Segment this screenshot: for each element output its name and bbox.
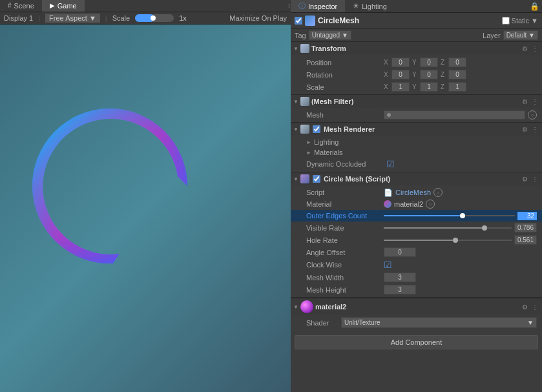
hole-rate-slider-container: 0.561	[384, 235, 537, 245]
lighting-expandable[interactable]: ► Lighting	[291, 137, 542, 147]
circle-mesh-script-header[interactable]: ▼ Circle Mesh (Script) ⚙ ⋮	[291, 172, 542, 185]
tag-value: Untagged	[312, 32, 340, 39]
outer-edges-slider[interactable]	[384, 215, 515, 216]
gameobject-header: CircleMesh Static ▼	[291, 13, 542, 29]
transform-options-btn[interactable]: ⋮	[530, 44, 539, 53]
hole-rate-value[interactable]: 0.561	[514, 235, 537, 245]
mesh-width-input[interactable]	[384, 273, 416, 282]
gameobject-active-checkbox[interactable]	[295, 17, 302, 25]
material-section-options-btn[interactable]: ⋮	[530, 302, 539, 311]
transform-title: Transform	[311, 45, 518, 52]
add-component-button[interactable]: Add Component	[295, 335, 538, 349]
inspector-tabbar: ⓘ Inspector ☀ Lighting 🔒	[291, 0, 542, 13]
mesh-renderer-header[interactable]: ▼ Mesh Renderer ⚙ ⋮	[291, 123, 542, 136]
mesh-bar[interactable]	[384, 110, 525, 119]
inspector-tab-right: 🔒	[530, 2, 542, 11]
static-checkbox[interactable]	[502, 17, 510, 25]
mesh-filter-header[interactable]: ▼ (Mesh Filter) ⚙ ⋮	[291, 95, 542, 108]
static-dropdown-icon[interactable]: ▼	[531, 17, 538, 25]
scl-z-label: Z	[441, 83, 447, 90]
script-enabled-checkbox[interactable]	[313, 175, 320, 183]
hole-rate-thumb[interactable]	[453, 238, 458, 243]
tag-dropdown[interactable]: Untagged ▼	[309, 30, 351, 40]
scale-z-input[interactable]	[448, 82, 466, 92]
mesh-renderer-options-btn[interactable]: ⋮	[530, 125, 539, 134]
display-label: Display 1	[4, 14, 33, 22]
outer-edges-thumb[interactable]	[460, 213, 465, 218]
outer-edges-fill	[384, 215, 463, 216]
script-circle-btn[interactable]: ○	[433, 188, 443, 197]
mesh-field: ○	[384, 110, 537, 119]
rot-y-label: Y	[412, 71, 419, 78]
material-prop-label: Material	[306, 200, 384, 208]
rotation-z-input[interactable]	[448, 70, 466, 79]
script-field: 📄 CircleMesh ○	[384, 188, 537, 197]
visible-rate-thumb[interactable]	[482, 225, 487, 231]
mesh-height-input[interactable]	[384, 285, 416, 294]
angle-offset-input[interactable]	[384, 247, 416, 257]
rotation-value: X Y Z	[384, 70, 537, 79]
rotation-z-field: Z	[441, 70, 466, 79]
transform-collapse-icon: ▼	[293, 46, 298, 52]
material-section-collapse-icon: ▼	[293, 304, 298, 310]
game-icon: ▶	[50, 2, 55, 9]
visible-rate-value[interactable]: 0.786	[514, 223, 537, 232]
material-circle-btn[interactable]: ○	[426, 200, 435, 209]
clock-wise-checkbox[interactable]: ☑	[384, 260, 392, 270]
position-x-input[interactable]	[391, 57, 410, 67]
transform-header[interactable]: ▼ Transform ⚙ ⋮	[291, 42, 542, 55]
materials-expandable[interactable]: ► Materials	[291, 147, 542, 158]
mesh-filter-collapse-icon: ▼	[293, 99, 298, 105]
tab-lighting[interactable]: ☀ Lighting	[345, 0, 395, 12]
mesh-filter-menu-btn[interactable]: ⚙	[520, 97, 529, 106]
material-section-menu-btn[interactable]: ⚙	[520, 302, 529, 311]
gameobject-name: CircleMesh	[318, 16, 499, 25]
angle-offset-value	[384, 247, 537, 257]
position-z-input[interactable]	[448, 57, 466, 67]
rotation-label: Rotation	[306, 71, 384, 79]
position-y-input[interactable]	[420, 57, 438, 67]
lighting-tab-label: Lighting	[362, 3, 387, 10]
layer-dropdown[interactable]: Default ▼	[503, 30, 538, 40]
material-section-header[interactable]: ▼ material2 ⚙ ⋮	[291, 298, 542, 315]
aspect-value: Free Aspect	[49, 14, 87, 22]
dynamic-occluded-checkbox[interactable]: ☑	[386, 159, 395, 169]
hole-rate-slider[interactable]	[384, 240, 512, 241]
aspect-dropdown[interactable]: Free Aspect ▼	[45, 14, 100, 23]
material-section-title: material2	[315, 303, 518, 311]
script-options-btn[interactable]: ⋮	[530, 174, 539, 183]
visible-rate-fill	[384, 227, 485, 229]
mesh-filter-options-btn[interactable]: ⋮	[530, 97, 539, 106]
script-value: 📄 CircleMesh ○	[384, 188, 537, 197]
mesh-height-row: Mesh Height	[291, 284, 542, 296]
visible-rate-slider[interactable]	[384, 227, 512, 229]
mesh-renderer-menu-btn[interactable]: ⚙	[520, 125, 529, 134]
dynamic-occluded-label: Dynamic Occluded	[306, 160, 384, 168]
mesh-renderer-actions: ⚙ ⋮	[520, 125, 539, 134]
game-tab-label: Game	[57, 2, 77, 10]
scale-x-input[interactable]	[391, 82, 410, 92]
scale-slider[interactable]	[135, 14, 174, 22]
shader-row: Shader Unlit/Texture ▼	[291, 315, 542, 330]
mesh-circle-btn[interactable]: ○	[528, 110, 537, 119]
position-x-field: X	[384, 57, 410, 67]
rotation-x-input[interactable]	[391, 70, 410, 79]
script-menu-btn[interactable]: ⚙	[520, 174, 529, 183]
tab-inspector[interactable]: ⓘ Inspector	[291, 0, 345, 12]
scale-y-input[interactable]	[420, 82, 438, 92]
outer-edges-value[interactable]: 32	[517, 212, 537, 220]
scale-row: Scale X Y	[291, 81, 542, 93]
tab-game[interactable]: ▶ Game	[42, 0, 85, 12]
mesh-renderer-enabled-checkbox[interactable]	[313, 125, 320, 133]
clock-wise-value: ☑	[384, 260, 537, 270]
lock-icon[interactable]: 🔒	[530, 2, 539, 11]
tab-scene[interactable]: # Scene	[0, 0, 42, 12]
rotation-y-input[interactable]	[420, 70, 438, 79]
material-sphere-icon	[300, 300, 313, 313]
shader-dropdown[interactable]: Unlit/Texture ▼	[341, 317, 537, 328]
lighting-expand-label: Lighting	[314, 138, 339, 146]
material-field: material2 ○	[384, 200, 537, 209]
script-label: Script	[306, 189, 384, 196]
transform-menu-btn[interactable]: ⚙	[520, 44, 529, 53]
circle-mesh-script-component: ▼ Circle Mesh (Script) ⚙ ⋮ Script	[291, 172, 542, 298]
